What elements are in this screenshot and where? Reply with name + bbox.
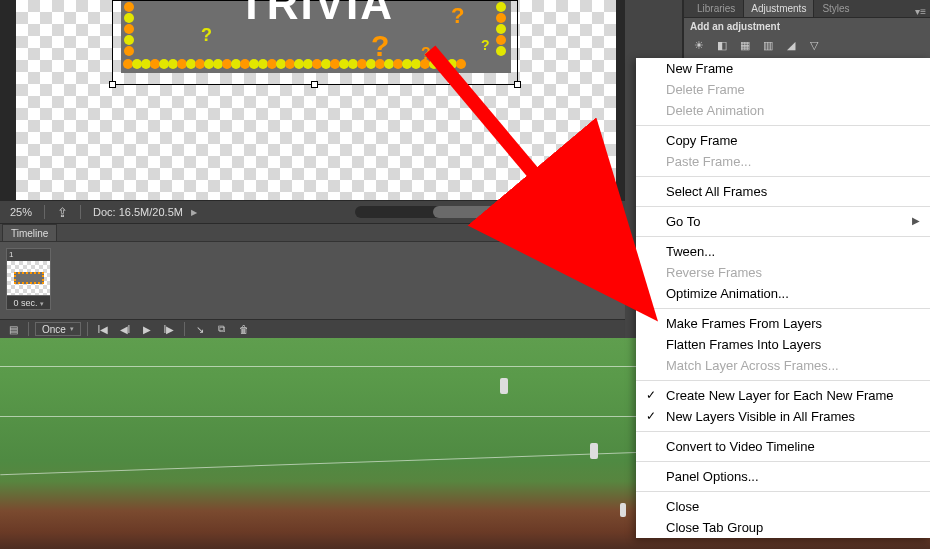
artwork-frame: TRIVIA ? ? ? ? ? — [121, 1, 511, 73]
exposure-icon[interactable]: ▥ — [759, 37, 776, 54]
menu-item-reverse_frames: Reverse Frames — [636, 262, 930, 283]
zoom-level[interactable]: 25% — [10, 206, 32, 218]
document-area: TRIVIA ? ? ? ? ? 25% — [0, 0, 625, 223]
menu-item-copy_frame[interactable]: Copy Frame — [636, 130, 930, 151]
menu-item-delete_animation: Delete Animation — [636, 100, 930, 121]
menu-separator — [636, 491, 930, 492]
menu-item-go_to[interactable]: Go To▶ — [636, 211, 930, 232]
timeline-panel: Timeline 1 0 sec. ▤ Once▾ I◀ ◀I ▶ I▶ ↘ ⧉… — [0, 223, 625, 338]
tab-styles[interactable]: Styles — [814, 0, 857, 17]
loop-mode-select[interactable]: Once▾ — [35, 322, 81, 336]
play-button[interactable]: ▶ — [138, 322, 156, 336]
tween-button[interactable]: ↘ — [191, 322, 209, 336]
menu-item-panel_options[interactable]: Panel Options... — [636, 466, 930, 487]
menu-item-tween[interactable]: Tween... — [636, 241, 930, 262]
menu-item-new_frame[interactable]: New Frame — [636, 58, 930, 79]
timeline-controls: ▤ Once▾ I◀ ◀I ▶ I▶ ↘ ⧉ 🗑 — [0, 319, 625, 338]
panel-tabs: Libraries Adjustments Styles ▾≡ — [684, 0, 930, 18]
menu-item-visible_all[interactable]: New Layers Visible in All Frames✓ — [636, 406, 930, 427]
next-frame-button[interactable]: I▶ — [160, 322, 178, 336]
check-icon: ✓ — [646, 409, 656, 423]
add-adjustment-label: Add an adjustment — [684, 18, 930, 35]
menu-item-paste_frame: Paste Frame... — [636, 151, 930, 172]
share-icon[interactable]: ⇪ — [57, 205, 68, 220]
resize-handle-bc[interactable] — [311, 81, 318, 88]
document-status-bar: 25% ⇪ Doc: 16.5M/20.5M ▶ — [0, 201, 625, 223]
menu-item-select_all[interactable]: Select All Frames — [636, 181, 930, 202]
menu-separator — [636, 461, 930, 462]
menu-item-flatten_into_layers[interactable]: Flatten Frames Into Layers — [636, 334, 930, 355]
menu-separator — [636, 308, 930, 309]
frame-thumb[interactable]: 1 0 sec. — [6, 248, 51, 310]
tab-timeline[interactable]: Timeline — [2, 224, 57, 241]
tab-libraries[interactable]: Libraries — [689, 0, 743, 17]
tab-adjustments[interactable]: Adjustments — [743, 0, 814, 17]
menu-item-make_from_layers[interactable]: Make Frames From Layers — [636, 313, 930, 334]
menu-separator — [636, 125, 930, 126]
timeline-tab-row: Timeline — [0, 224, 625, 242]
hue-sat-icon[interactable]: ▽ — [805, 37, 822, 54]
menu-separator — [636, 206, 930, 207]
doc-info: Doc: 16.5M/20.5M — [93, 206, 183, 218]
adjustment-icons-row: ☀ ◧ ▦ ▥ ◢ ▽ — [684, 35, 930, 56]
right-panel: Libraries Adjustments Styles ▾≡ Add an a… — [683, 0, 930, 58]
menu-item-new_layer_each[interactable]: Create New Layer for Each New Frame✓ — [636, 385, 930, 406]
curves-icon[interactable]: ▦ — [736, 37, 753, 54]
artwork-text: TRIVIA — [238, 0, 394, 29]
menu-separator — [636, 236, 930, 237]
timeline-panel-menu: New FrameDelete FrameDelete AnimationCop… — [636, 58, 930, 538]
frames-area: 1 0 sec. — [0, 242, 625, 320]
resize-handle-br[interactable] — [514, 81, 521, 88]
menu-separator — [636, 380, 930, 381]
menu-item-match_layer: Match Layer Across Frames... — [636, 355, 930, 376]
submenu-arrow-icon: ▶ — [912, 215, 920, 226]
delete-frame-button[interactable]: 🗑 — [235, 322, 253, 336]
menu-item-optimize[interactable]: Optimize Animation... — [636, 283, 930, 304]
menu-item-delete_frame: Delete Frame — [636, 79, 930, 100]
frame-number: 1 — [9, 250, 13, 259]
menu-separator — [636, 176, 930, 177]
check-icon: ✓ — [646, 388, 656, 402]
menu-item-close_tab_group[interactable]: Close Tab Group — [636, 517, 930, 538]
menu-separator — [636, 431, 930, 432]
prev-frame-button[interactable]: ◀I — [116, 322, 134, 336]
brightness-icon[interactable]: ☀ — [690, 37, 707, 54]
first-frame-button[interactable]: I◀ — [94, 322, 112, 336]
doc-info-chevron-icon[interactable]: ▶ — [191, 208, 197, 217]
menu-item-convert_video[interactable]: Convert to Video Timeline — [636, 436, 930, 457]
menu-item-close[interactable]: Close — [636, 496, 930, 517]
vibrance-icon[interactable]: ◢ — [782, 37, 799, 54]
duplicate-frame-button[interactable]: ⧉ — [213, 322, 231, 336]
frame-delay[interactable]: 0 sec. — [7, 295, 50, 309]
selected-layer-bounds[interactable]: TRIVIA ? ? ? ? ? — [112, 0, 518, 85]
panel-menu-icon[interactable]: ▾≡ — [915, 6, 930, 17]
canvas[interactable]: TRIVIA ? ? ? ? ? — [16, 0, 616, 200]
horizontal-scrollbar[interactable] — [355, 206, 605, 218]
resize-handle-bl[interactable] — [109, 81, 116, 88]
levels-icon[interactable]: ◧ — [713, 37, 730, 54]
convert-timeline-icon[interactable]: ▤ — [4, 322, 22, 336]
